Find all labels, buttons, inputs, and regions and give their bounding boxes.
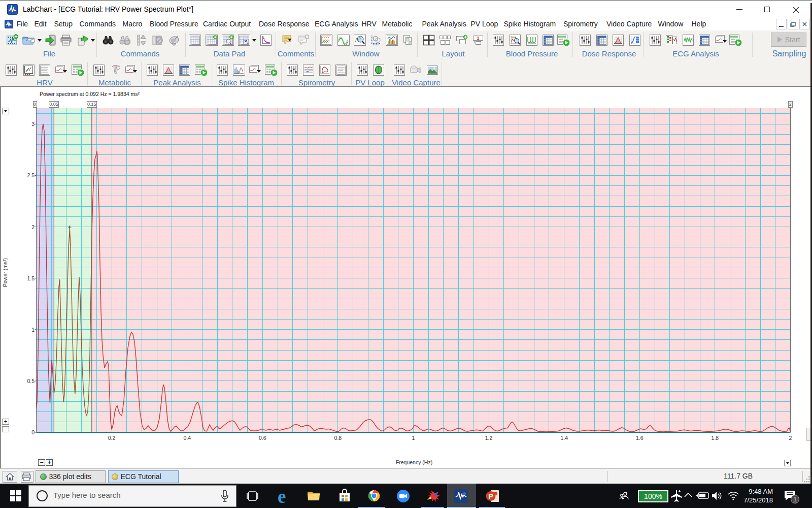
svg-text:0.4: 0.4	[183, 435, 191, 441]
svg-text:0.6: 0.6	[259, 435, 266, 441]
svg-text:0.2: 0.2	[108, 435, 116, 441]
svg-text:0: 0	[31, 429, 35, 435]
svg-text:3: 3	[31, 121, 35, 127]
svg-text:1.2: 1.2	[485, 435, 493, 441]
svg-text:2: 2	[31, 224, 35, 230]
svg-text:1.8: 1.8	[712, 435, 719, 441]
svg-text:2.5: 2.5	[27, 172, 35, 178]
svg-text:1.6: 1.6	[636, 435, 644, 441]
svg-text:1.5: 1.5	[27, 275, 35, 281]
svg-text:Power (ms²): Power (ms²)	[2, 258, 8, 287]
svg-text:1: 1	[477, 36, 479, 41]
svg-text:Frequency (Hz): Frequency (Hz)	[396, 459, 432, 465]
svg-text:1: 1	[412, 435, 415, 441]
svg-text:2: 2	[789, 435, 792, 441]
svg-text:1.4: 1.4	[560, 435, 568, 441]
svg-text:0.8: 0.8	[334, 435, 342, 441]
svg-text:0.5: 0.5	[27, 378, 35, 384]
svg-text:1: 1	[31, 327, 35, 333]
svg-text:P: P	[488, 492, 493, 500]
